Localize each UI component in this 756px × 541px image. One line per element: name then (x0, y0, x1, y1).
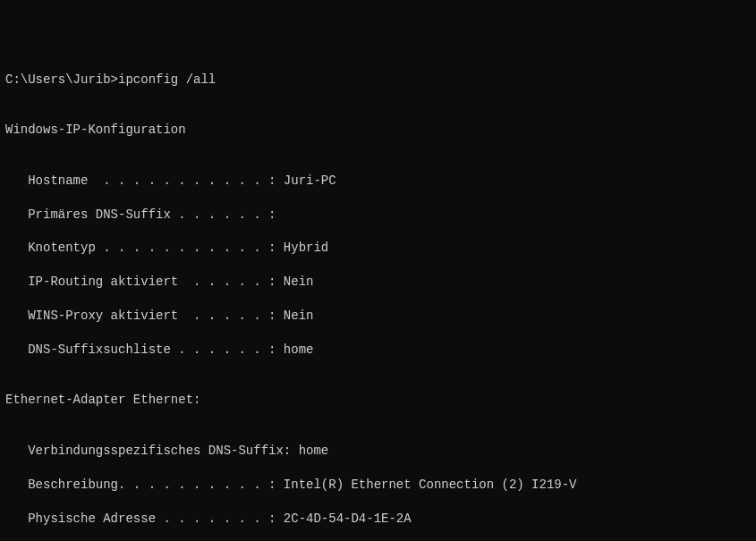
cfg-winsproxy: WINS-Proxy aktiviert . . . . . : Nein (5, 308, 751, 325)
cfg-iprouting: IP-Routing aktiviert . . . . . : Nein (5, 274, 751, 291)
section-header-ethernet: Ethernet-Adapter Ethernet: (5, 392, 751, 409)
prompt-line[interactable]: C:\Users\Jurib>ipconfig /all (5, 72, 751, 89)
cfg-dns-suffix: Primäres DNS-Suffix . . . . . . : (5, 207, 751, 224)
eth-description: Beschreibung. . . . . . . . . . : Intel(… (5, 477, 751, 494)
eth-conn-suffix: Verbindungsspezifisches DNS-Suffix: home (5, 443, 751, 460)
cfg-suffixlist: DNS-Suffixsuchliste . . . . . . : home (5, 342, 751, 359)
eth-physical-address: Physische Adresse . . . . . . . : 2C-4D-… (5, 511, 751, 528)
section-header-ipconfig: Windows-IP-Konfiguration (5, 122, 751, 139)
cfg-nodetype: Knotentyp . . . . . . . . . . . : Hybrid (5, 240, 751, 257)
cfg-hostname: Hostname . . . . . . . . . . . : Juri-PC (5, 173, 751, 190)
